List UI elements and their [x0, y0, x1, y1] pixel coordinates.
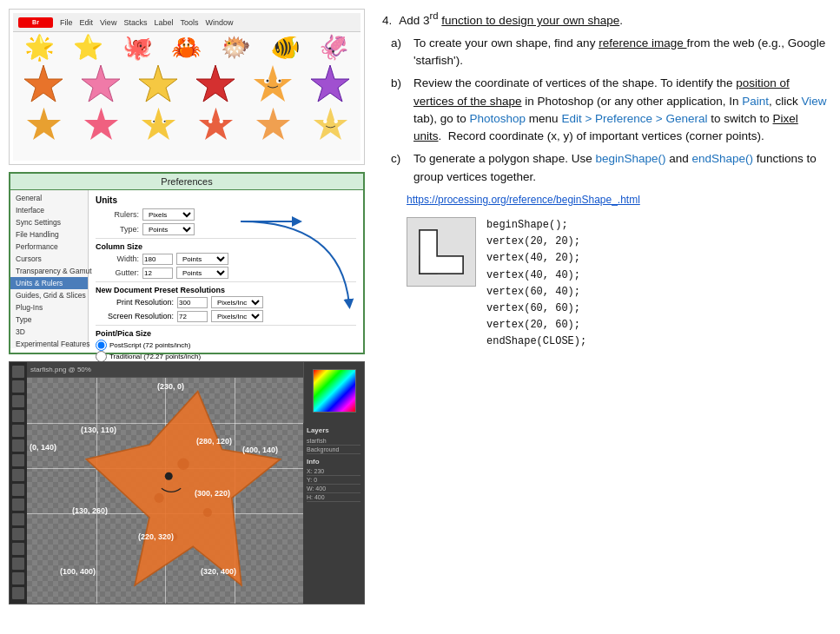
tool-shape[interactable]	[12, 558, 24, 570]
left-column: Br File Edit View Stacks Label Tools Win…	[9, 9, 374, 625]
rulers-select[interactable]: Pixels Inches Centimeters	[142, 208, 195, 221]
rulers-row: Rulers: Pixels Inches Centimeters	[96, 208, 356, 221]
type-row: Type: Points Pixels	[96, 223, 356, 235]
beginshape-link[interactable]: https://processing.org/reference/beginSh…	[407, 194, 640, 206]
svg-marker-21	[313, 108, 347, 140]
screen-res-label: Screen Resolution:	[96, 312, 174, 320]
width-input[interactable]	[142, 254, 173, 265]
color-swatch[interactable]	[313, 369, 356, 413]
starfish-content: 🌟 ⭐ 🐙 🦀 🐡 🐠 🦑	[13, 32, 360, 161]
preferences-content: Units Rulers: Pixels Inches Centimeters …	[89, 190, 363, 348]
tool-pen[interactable]	[12, 528, 24, 540]
screen-res-row: Screen Resolution: Pixels/Inch	[96, 310, 356, 322]
right-column: 4. Add 3rd function to design your own s…	[374, 9, 831, 625]
layer-item-2[interactable]: Background	[307, 446, 360, 454]
code-section: beginShape(); vertex(20, 20); vertex(40,…	[407, 217, 831, 351]
tool-lasso[interactable]	[12, 395, 24, 407]
svg-point-15	[153, 121, 155, 122]
svg-marker-9	[311, 65, 349, 102]
starfish-yellow	[136, 63, 180, 102]
pref-item-transparency[interactable]: Transparency & Gamut	[10, 265, 88, 277]
pref-item-interface[interactable]: Interface	[10, 204, 88, 216]
tab-file[interactable]: File	[60, 18, 73, 27]
tool-zoom[interactable]	[12, 587, 24, 599]
canvas-area: (230, 0) (280, 120) (400, 140) (300, 220…	[27, 378, 303, 604]
svg-point-30	[203, 508, 212, 517]
starfish-row-3	[17, 106, 357, 141]
postscript-radio[interactable]	[96, 340, 107, 351]
tool-eraser[interactable]	[12, 484, 24, 496]
step-title: Add 3rd function to design your own shap…	[399, 9, 623, 30]
pref-item-file[interactable]: File Handling	[10, 228, 88, 241]
vertex-label-top: (230, 0)	[157, 382, 184, 391]
tab-stacks[interactable]: Stacks	[123, 18, 147, 27]
tab-label[interactable]: Label	[154, 18, 173, 27]
sub-letter-c: c)	[391, 150, 407, 186]
tool-eyedrop[interactable]	[12, 425, 24, 437]
width-row: Width: Points	[96, 253, 356, 265]
tab-window[interactable]: Window	[205, 18, 233, 27]
star-item: 🦑	[319, 36, 349, 60]
svg-point-7	[267, 80, 269, 83]
svg-marker-2	[139, 65, 177, 102]
tool-heal[interactable]	[12, 439, 24, 452]
step-number: 4.	[382, 12, 392, 30]
svg-marker-17	[198, 108, 232, 140]
vertex-label-100-400: (100, 400)	[60, 567, 96, 576]
sub-letter-a: a)	[391, 35, 407, 70]
svg-marker-4	[254, 65, 292, 102]
pref-item-type[interactable]: Type	[10, 314, 88, 326]
print-res-unit[interactable]: Pixels/Inch	[211, 296, 263, 308]
tool-text[interactable]	[12, 543, 24, 555]
starfish-sm-6	[311, 106, 350, 141]
step-header: 4. Add 3rd function to design your own s…	[382, 9, 831, 30]
pref-item-guides[interactable]: Guides, Grid & Slices	[10, 289, 88, 301]
gutter-unit-select[interactable]: Points	[176, 267, 228, 279]
tab-view[interactable]: View	[100, 18, 116, 27]
pref-item-experimental[interactable]: Experimental Features	[10, 338, 88, 350]
width-unit-select[interactable]: Points	[176, 253, 228, 265]
paint-highlight: Paint	[742, 95, 769, 108]
tool-select[interactable]	[12, 380, 24, 393]
info-item-4: H: 400	[307, 493, 360, 502]
starfish-cute	[251, 63, 294, 102]
type-select[interactable]: Points Pixels	[142, 223, 195, 235]
pref-item-cursors[interactable]: Cursors	[10, 253, 88, 265]
pref-item-plugins[interactable]: Plug-Ins	[10, 301, 88, 314]
tool-clone[interactable]	[12, 469, 24, 481]
layers-title: Layers	[307, 426, 360, 434]
tool-brush[interactable]	[12, 454, 24, 466]
preferences-title: Preferences	[10, 174, 363, 190]
starfish-pink	[79, 63, 122, 102]
sub-text-c: To generate a polygon shape. Use beginSh…	[413, 150, 831, 186]
starfish-red	[194, 63, 237, 102]
star-item: 🐠	[270, 36, 301, 60]
pref-item-sync[interactable]: Sync Settings	[10, 216, 88, 228]
info-title: Info	[307, 458, 360, 466]
tool-dodge[interactable]	[12, 513, 24, 525]
svg-point-18	[208, 120, 212, 123]
pref-item-general[interactable]: General	[10, 192, 88, 204]
layer-item-1[interactable]: starfish	[307, 437, 360, 446]
position-vertices-link: position of vertices of the shape	[413, 76, 790, 107]
gutter-input[interactable]	[142, 267, 173, 279]
pref-item-perf[interactable]: Performance	[10, 241, 88, 253]
pref-item-3d[interactable]: 3D	[10, 326, 88, 338]
canvas-panel: starfish.png @ 50%	[9, 361, 365, 604]
tool-move[interactable]	[12, 366, 24, 378]
print-res-input[interactable]	[177, 297, 208, 308]
tab-edit[interactable]: Edit	[80, 18, 94, 27]
star-item: 🌟	[24, 36, 55, 60]
pref-item-units[interactable]: Units & Rulers	[10, 277, 88, 289]
screen-res-unit[interactable]: Pixels/Inch	[211, 310, 263, 322]
vertex-label-320-400: (320, 400)	[201, 567, 236, 576]
tool-hand[interactable]	[12, 572, 24, 584]
gutter-row: Gutter: Points	[96, 267, 356, 279]
screen-res-input[interactable]	[177, 311, 208, 322]
svg-point-28	[177, 459, 189, 470]
tool-crop[interactable]	[12, 410, 24, 422]
star-item: 🦀	[171, 36, 202, 60]
tool-gradient[interactable]	[12, 499, 24, 511]
tab-tools[interactable]: Tools	[180, 18, 198, 27]
svg-marker-3	[196, 65, 235, 102]
